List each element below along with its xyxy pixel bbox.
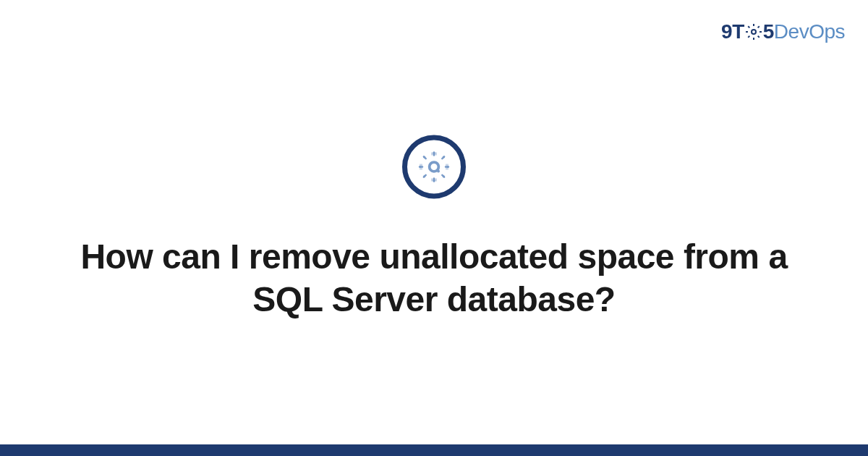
footer-bar bbox=[0, 444, 868, 456]
site-logo: 9T 5DevOps bbox=[721, 20, 845, 43]
svg-point-0 bbox=[752, 30, 756, 34]
page-title: How can I remove unallocated space from … bbox=[72, 236, 796, 321]
hero-icon-circle bbox=[402, 135, 466, 198]
svg-point-2 bbox=[430, 162, 438, 171]
svg-point-3 bbox=[437, 169, 440, 172]
logo-suffix: DevOps bbox=[774, 20, 845, 43]
logo-gear-icon bbox=[745, 22, 762, 40]
main-content: How can I remove unallocated space from … bbox=[0, 135, 868, 321]
logo-prefix: 9T bbox=[721, 20, 744, 43]
gear-icon bbox=[417, 149, 451, 184]
logo-middle: 5 bbox=[763, 20, 774, 43]
